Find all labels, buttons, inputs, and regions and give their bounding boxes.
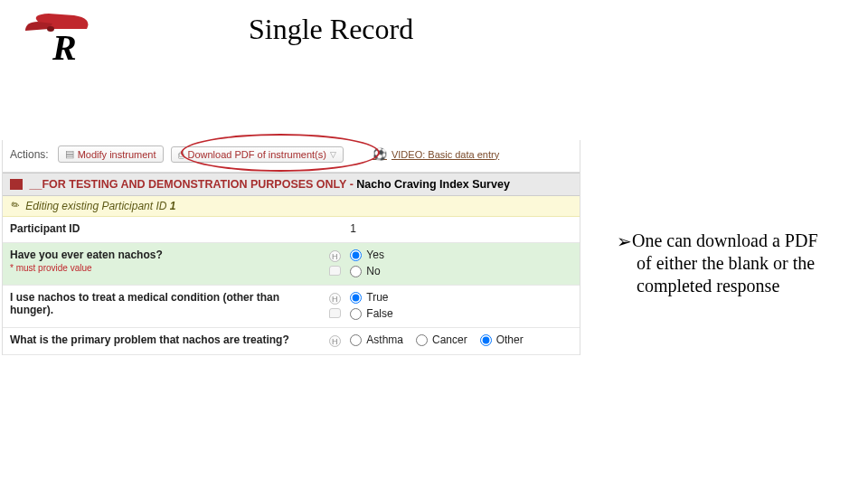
button-text: Download PDF of instrument(s) — [188, 149, 326, 160]
page-title: Single Record — [249, 13, 413, 46]
history-icon[interactable]: H — [329, 250, 341, 262]
radio-false[interactable]: False — [350, 307, 572, 320]
radio-no[interactable]: No — [350, 265, 572, 277]
radio-input[interactable] — [350, 334, 362, 346]
page-edit-icon: ▤ — [65, 148, 74, 160]
radio-input[interactable] — [350, 308, 362, 320]
question-label: What is the primary problem that nachos … — [10, 333, 325, 346]
history-icon[interactable]: H — [329, 335, 341, 347]
note-line-3: completed response — [637, 276, 779, 296]
note-line-2: of either the blank or the — [637, 253, 815, 273]
radio-label: True — [366, 291, 388, 304]
required-note: * must provide value — [10, 263, 325, 273]
radio-cancer[interactable]: Cancer — [416, 333, 467, 346]
status-bar-icon — [10, 179, 23, 190]
radio-label: Asthma — [366, 333, 403, 346]
radio-input[interactable] — [480, 334, 492, 346]
form-header-black: Nacho Craving Index Survey — [356, 178, 510, 191]
button-text: Modify instrument — [78, 149, 156, 160]
question-row-eaten: Have you ever eaten nachos? * must provi… — [3, 243, 580, 286]
question-row-problem: What is the primary problem that nachos … — [3, 328, 580, 355]
form-header-red: __FOR TESTING AND DEMONSTRATION PURPOSES… — [29, 178, 356, 191]
history-icon[interactable]: H — [329, 293, 341, 305]
question-label: I use nachos to treat a medical conditio… — [10, 291, 325, 316]
actions-bar: Actions: ▤ Modify instrument ⎙ Download … — [3, 140, 580, 173]
pdf-icon: ⎙ — [178, 149, 184, 160]
radio-yes[interactable]: Yes — [350, 249, 572, 261]
chevron-down-icon: ▽ — [330, 150, 336, 159]
form-panel: Actions: ▤ Modify instrument ⎙ Download … — [2, 140, 580, 355]
side-note: ➢One can download a PDF of either the bl… — [617, 230, 852, 297]
actions-label: Actions: — [10, 148, 49, 161]
radio-input[interactable] — [350, 292, 362, 304]
video-link[interactable]: ⚽ VIDEO: Basic data entry — [373, 147, 499, 161]
radio-label: No — [366, 265, 380, 277]
radio-label: Cancer — [432, 333, 467, 346]
video-icon: ⚽ — [373, 147, 387, 161]
download-pdf-button[interactable]: ⎙ Download PDF of instrument(s) ▽ — [171, 146, 344, 163]
logo: R — [22, 9, 103, 63]
comment-icon[interactable] — [329, 266, 341, 276]
radio-label: Other — [496, 333, 524, 346]
radio-asthma[interactable]: Asthma — [350, 333, 403, 346]
form-header: __FOR TESTING AND DEMONSTRATION PURPOSES… — [3, 173, 580, 196]
question-row-pid: Participant ID 1 — [3, 217, 580, 243]
participant-id-value: 1 — [350, 222, 572, 235]
editing-id: 1 — [170, 200, 176, 212]
modify-instrument-button[interactable]: ▤ Modify instrument — [58, 145, 164, 163]
radio-label: Yes — [366, 249, 384, 261]
bullet-arrow-icon: ➢ — [617, 230, 632, 253]
svg-text:R: R — [52, 27, 77, 63]
comment-icon[interactable] — [329, 308, 341, 318]
editing-banner: ✎ Editing existing Participant ID 1 — [3, 196, 580, 217]
radio-input[interactable] — [350, 249, 362, 261]
radio-input[interactable] — [416, 334, 428, 346]
editing-text: Editing existing Participant ID — [25, 200, 169, 212]
pencil-icon: ✎ — [7, 198, 23, 213]
radio-label: False — [366, 307, 392, 320]
note-line-1: One can download a PDF — [632, 230, 818, 250]
question-row-medical: I use nachos to treat a medical conditio… — [3, 286, 580, 328]
radio-true[interactable]: True — [350, 291, 572, 304]
radio-other[interactable]: Other — [480, 333, 524, 346]
question-label: Have you ever eaten nachos? — [10, 249, 163, 261]
question-label: Participant ID — [10, 222, 325, 235]
radio-input[interactable] — [350, 266, 362, 277]
link-text: VIDEO: Basic data entry — [392, 149, 499, 160]
